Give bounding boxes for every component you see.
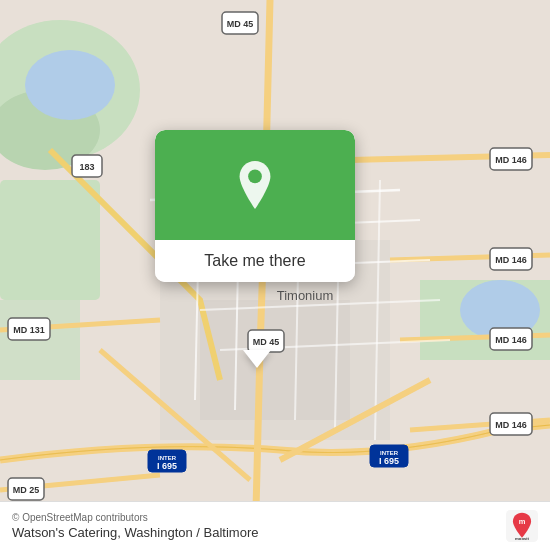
popup-green-area [155, 130, 355, 240]
map-container: MD 45 MD 45 183 MD 146 MD 146 MD 146 MD … [0, 0, 550, 550]
svg-point-35 [248, 170, 262, 184]
svg-text:MD 131: MD 131 [13, 325, 45, 335]
svg-rect-4 [0, 180, 100, 300]
svg-text:MD 146: MD 146 [495, 420, 527, 430]
popup-triangle [243, 350, 271, 368]
popup-card: Take me there [155, 130, 355, 282]
svg-text:MD 45: MD 45 [253, 337, 280, 347]
take-me-there-button[interactable]: Take me there [155, 240, 355, 282]
svg-text:MD 45: MD 45 [227, 19, 254, 29]
svg-text:m: m [519, 517, 526, 526]
svg-text:MD 146: MD 146 [495, 335, 527, 345]
svg-text:MD 146: MD 146 [495, 255, 527, 265]
location-pin-icon [231, 161, 279, 209]
svg-text:I 695: I 695 [157, 461, 177, 471]
svg-text:MD 25: MD 25 [13, 485, 40, 495]
svg-text:183: 183 [79, 162, 94, 172]
bottom-left: © OpenStreetMap contributors Watson's Ca… [12, 512, 258, 540]
bottom-bar: © OpenStreetMap contributors Watson's Ca… [0, 501, 550, 550]
svg-text:moovit: moovit [515, 536, 530, 541]
moovit-logo: m moovit [506, 510, 538, 542]
svg-text:I 695: I 695 [379, 456, 399, 466]
svg-rect-9 [200, 300, 350, 420]
svg-point-3 [25, 50, 115, 120]
moovit-icon: m moovit [506, 510, 538, 542]
copyright-text: © OpenStreetMap contributors [12, 512, 258, 523]
svg-text:Timonium: Timonium [277, 288, 334, 303]
svg-text:MD 146: MD 146 [495, 155, 527, 165]
location-text: Watson's Catering, Washington / Baltimor… [12, 525, 258, 540]
